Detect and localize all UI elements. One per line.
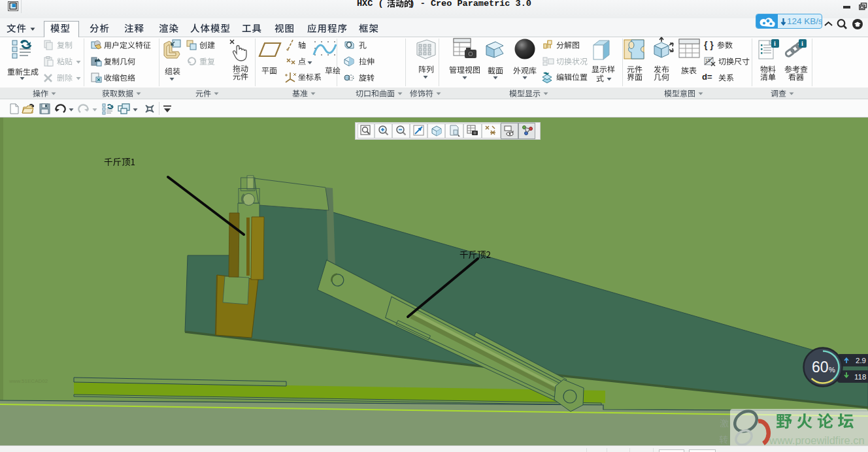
svg-text:www.proewildfire.cn: www.proewildfire.cn: [769, 434, 865, 445]
svg-text:118: 118: [854, 373, 866, 381]
svg-text:60: 60: [812, 359, 829, 376]
svg-text:i: i: [801, 40, 803, 47]
svg-text:www.51ECAD02: www.51ECAD02: [8, 378, 48, 384]
svg-text:2.9: 2.9: [856, 357, 866, 364]
svg-text:i: i: [774, 40, 776, 47]
svg-text:%: %: [829, 366, 835, 374]
